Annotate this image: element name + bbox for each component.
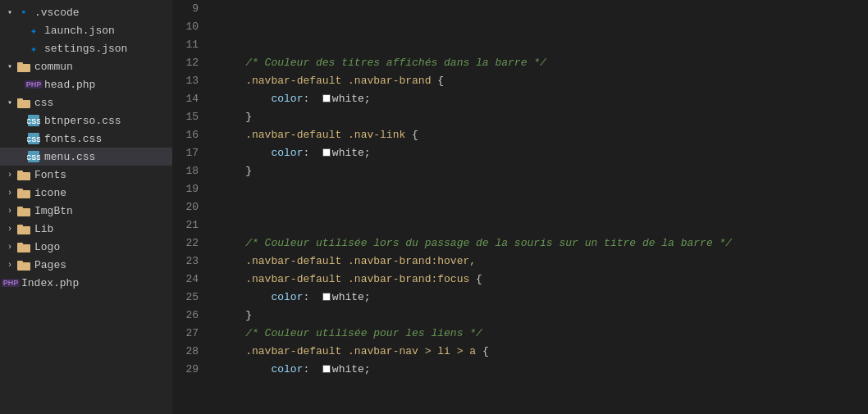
sidebar-item-settings-json[interactable]: ✦ settings.json (0, 39, 172, 57)
line-number: 10 (172, 18, 199, 36)
code-content[interactable]: /* Couleur des titres affichés dans la b… (207, 0, 868, 414)
line-number: 24 (172, 271, 199, 289)
svg-rect-15 (17, 207, 23, 209)
chevron-icon (3, 222, 16, 235)
line-number: 15 (172, 108, 199, 126)
folder-icon (16, 257, 31, 272)
svg-rect-11 (17, 171, 23, 173)
sidebar-item-btnperso-css[interactable]: CSS btnperso.css (0, 111, 172, 130)
chevron-icon (3, 204, 16, 217)
line-number: 20 (172, 198, 199, 216)
vscode-icon: ✦ (26, 41, 41, 56)
line-number: 29 (172, 361, 199, 379)
php-icon: PHP (26, 77, 41, 92)
sidebar-item-label: .vscode (34, 7, 172, 19)
sidebar-item-label: Logo (34, 241, 172, 253)
chevron-icon (3, 6, 16, 19)
sidebar-item-vscode[interactable]: ▪ .vscode (0, 3, 172, 21)
line-number: 25 (172, 289, 199, 307)
sidebar-item-label: Fonts (34, 169, 172, 181)
svg-rect-21 (17, 261, 23, 263)
folder-icon (16, 221, 31, 236)
css-icon: CSS (26, 149, 41, 164)
sidebar-item-menu-css[interactable]: CSS menu.css (0, 148, 172, 166)
svg-rect-0 (17, 64, 30, 72)
php-icon: PHP (3, 275, 18, 290)
css-icon: CSS (26, 113, 41, 128)
svg-text:CSS: CSS (27, 153, 40, 162)
folder-icon (16, 239, 31, 254)
line-number: 23 (172, 252, 199, 271)
line-number: 28 (172, 343, 199, 361)
sidebar-item-index-php[interactable]: PHP Index.php (0, 274, 172, 292)
line-number: 18 (172, 162, 199, 180)
svg-rect-12 (17, 190, 30, 198)
svg-rect-13 (17, 189, 23, 191)
sidebar-item-css[interactable]: css (0, 93, 172, 111)
sidebar-item-fonts-css[interactable]: CSS fonts.css (0, 130, 172, 148)
folder-icon (16, 185, 31, 200)
sidebar-item-label: head.php (44, 79, 172, 91)
svg-rect-14 (17, 208, 30, 216)
sidebar-item-imgbtn[interactable]: ImgBtn (0, 202, 172, 220)
sidebar-item-label: css (34, 97, 172, 109)
line-number: 27 (172, 325, 199, 343)
sidebar-item-label: Pages (34, 259, 172, 271)
sidebar-item-label: ImgBtn (34, 205, 172, 217)
svg-rect-3 (17, 98, 23, 101)
sidebar-item-label: menu.css (44, 151, 172, 163)
line-number: 11 (172, 36, 199, 54)
sidebar-item-label: icone (34, 187, 172, 199)
sidebar-item-icone[interactable]: icone (0, 184, 172, 202)
sidebar-item-label: launch.json (44, 25, 172, 37)
sidebar-item-label: Lib (34, 223, 172, 235)
folder-icon (16, 95, 31, 110)
svg-rect-18 (17, 244, 30, 252)
line-number: 19 (172, 180, 199, 198)
chevron-icon (3, 168, 16, 181)
sidebar-item-label: commun (34, 61, 172, 73)
sidebar-item-label: Index.php (21, 277, 172, 289)
sidebar: ▪ .vscode ✦ launch.json ✦ settings.json … (0, 0, 172, 414)
line-number: 16 (172, 126, 199, 144)
sidebar-item-label: settings.json (44, 43, 172, 55)
folder-icon (16, 203, 31, 218)
chevron-icon (3, 186, 16, 199)
sidebar-item-commun[interactable]: commun (0, 57, 172, 75)
svg-text:CSS: CSS (27, 135, 40, 143)
line-number: 9 (172, 0, 199, 18)
line-number: 26 (172, 307, 199, 325)
vscode-icon: ✦ (26, 23, 41, 38)
line-numbers: 9101112131415161718192021222324252627282… (172, 0, 207, 414)
line-number: 21 (172, 216, 199, 234)
line-number: 12 (172, 54, 199, 72)
chevron-icon (3, 240, 16, 253)
line-number: 14 (172, 90, 199, 108)
svg-rect-2 (17, 100, 30, 108)
sidebar-item-label: fonts.css (44, 133, 172, 145)
sidebar-item-label: btnperso.css (44, 115, 172, 127)
sidebar-item-logo[interactable]: Logo (0, 238, 172, 256)
chevron-icon (3, 258, 16, 271)
sidebar-item-pages[interactable]: Pages (0, 256, 172, 274)
svg-rect-10 (17, 172, 30, 180)
sidebar-item-head-php[interactable]: PHP head.php (0, 75, 172, 93)
svg-rect-19 (17, 243, 23, 245)
folder-icon (16, 167, 31, 182)
folder-icon (16, 59, 31, 74)
css-icon: CSS (26, 131, 41, 146)
svg-rect-16 (17, 226, 30, 234)
line-number: 13 (172, 72, 199, 90)
editor: 9101112131415161718192021222324252627282… (172, 0, 868, 414)
svg-rect-17 (17, 225, 23, 227)
sidebar-item-lib[interactable]: Lib (0, 220, 172, 238)
svg-text:CSS: CSS (27, 117, 40, 125)
line-number: 17 (172, 144, 199, 162)
sidebar-item-fonts[interactable]: Fonts (0, 166, 172, 184)
chevron-icon (3, 96, 16, 109)
line-number: 22 (172, 234, 199, 252)
folder-icon: ▪ (16, 5, 31, 20)
svg-rect-20 (17, 262, 30, 271)
sidebar-item-launch-json[interactable]: ✦ launch.json (0, 21, 172, 39)
chevron-icon (3, 60, 16, 73)
